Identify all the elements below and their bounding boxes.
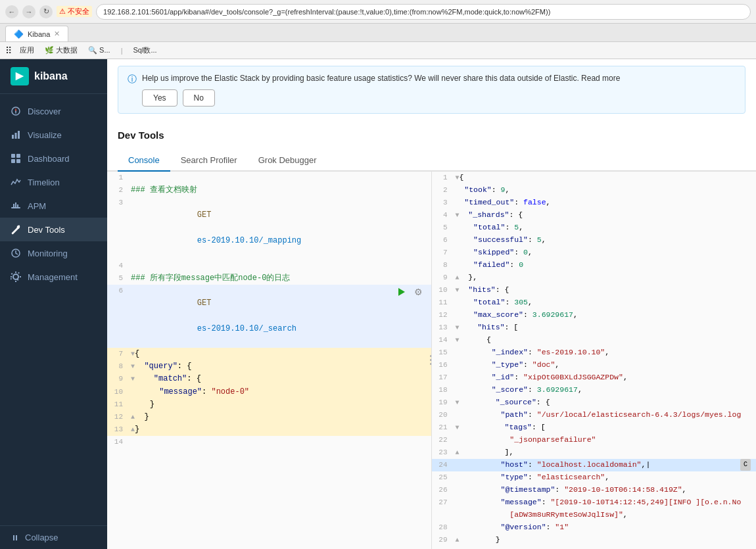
svg-rect-10 <box>13 204 14 207</box>
sidebar-label-apm: APM <box>28 201 46 211</box>
line-4: 4 <box>107 260 431 272</box>
sidebar-item-dev-tools[interactable]: Dev Tools <box>0 218 107 241</box>
collapse-button[interactable]: Collapse <box>11 533 97 542</box>
svg-rect-5 <box>11 154 15 158</box>
out-line-11: 11 "total": 305, <box>432 297 757 309</box>
app-container: kibana Discover <box>0 59 756 549</box>
out-line-30: 30 }, <box>432 546 757 549</box>
banner-buttons: Yes No <box>142 89 620 107</box>
out-line-9: 9 ▲ }, <box>432 272 757 284</box>
info-banner: ⓘ Help us improve the Elastic Stack by p… <box>118 66 745 114</box>
settings-button[interactable]: ⚙ <box>412 285 426 299</box>
bookmarks-bar: ⠿ 应用 🌿 大数据 🔍 S... | Sql数... <box>0 42 756 59</box>
bookmark-apps[interactable]: 应用 <box>17 44 37 57</box>
out-line-28a: [aDW3m8uRRymteSoWJqlIsw]", <box>432 509 757 521</box>
tab-search-profiler[interactable]: Search Profiler <box>170 150 248 172</box>
line-11: 11 } <box>107 398 431 411</box>
tabs-bar: Console Search Profiler Grok Debugger <box>107 145 756 172</box>
url-bar[interactable] <box>96 4 751 20</box>
tab-console[interactable]: Console <box>118 150 170 172</box>
out-line-26: 26 "@timestamp": "2019-10-10T06:14:58.41… <box>432 484 757 496</box>
out-line-1: 1 ▼{ <box>432 172 757 184</box>
svg-rect-8 <box>16 159 20 163</box>
yes-button[interactable]: Yes <box>142 89 177 107</box>
out-line-19: 19 ▼ "_source": { <box>432 396 757 409</box>
kibana-icon <box>11 67 29 85</box>
line-5: 5 ### 所有字段message中匹配node-0的日志 <box>107 272 431 285</box>
out-line-17: 17 "_id": "xipOtG0BXLdJSGGAZPDw", <box>432 371 757 384</box>
svg-rect-11 <box>15 203 16 207</box>
out-line-16: 16 "_type": "doc", <box>432 359 757 371</box>
bookmark-sql[interactable]: Sql数... <box>130 44 159 57</box>
copy-button[interactable]: C <box>740 459 751 471</box>
sidebar-label-monitoring: Monitoring <box>28 249 68 258</box>
browser-bar: ← → ↻ ⚠ 不安全 <box>0 0 756 24</box>
sidebar-item-discover[interactable]: Discover <box>0 99 107 123</box>
bar-chart-icon <box>11 130 21 140</box>
sidebar-label-dashboard: Dashboard <box>28 154 70 164</box>
sidebar-item-visualize[interactable]: Visualize <box>0 123 107 147</box>
logo-text: kibana <box>34 70 68 82</box>
sidebar-logo: kibana <box>0 59 107 94</box>
tab-grok-debugger-label: Grok Debugger <box>258 155 317 165</box>
out-line-29: 29 ▲ } <box>432 534 757 546</box>
out-line-8: 8 "failed": 0 <box>432 259 757 272</box>
out-line-4: 4 ▼ "_shards": { <box>432 209 757 222</box>
tab-search-profiler-label: Search Profiler <box>181 155 237 165</box>
svg-rect-6 <box>16 154 20 158</box>
sidebar-item-monitoring[interactable]: Monitoring <box>0 241 107 265</box>
out-line-7: 7 "skipped": 0, <box>432 247 757 259</box>
banner-text: Help us improve the Elastic Stack by pro… <box>142 74 620 83</box>
forward-button[interactable]: → <box>22 5 35 18</box>
sidebar-bottom: Collapse <box>0 525 107 549</box>
line-10: 10 "message": "node-0" <box>107 386 431 398</box>
browser-tabs: 🔷 Kibana ✕ <box>0 24 756 42</box>
out-line-15: 15 "_index": "es-2019.10.10", <box>432 346 757 359</box>
apm-icon <box>11 201 21 211</box>
out-line-24: 24 "host": "localhost.localdomain",| C <box>432 459 757 471</box>
tab-title: Kibana <box>28 30 50 38</box>
svg-rect-4 <box>18 131 20 139</box>
svg-rect-7 <box>11 159 15 163</box>
out-line-22: 22 "_jsonparsefailure" <box>432 434 757 446</box>
line-7: 7 ▼{ <box>107 348 431 360</box>
wrench-icon <box>11 224 21 235</box>
tab-console-label: Console <box>128 155 160 165</box>
sidebar-nav: Discover Visualize <box>0 94 107 525</box>
line-2: 2 ### 查看文档映射 <box>107 184 431 197</box>
line-13: 13 ▲} <box>107 423 431 436</box>
active-tab[interactable]: 🔷 Kibana ✕ <box>5 26 68 41</box>
line-actions: ⚙ <box>394 285 426 299</box>
line-14: 14 <box>107 436 431 448</box>
tab-grok-debugger[interactable]: Grok Debugger <box>248 150 327 172</box>
out-line-10: 10 ▼ "hits": { <box>432 284 757 297</box>
editor-right-panel: 1 ▼{ 2 "took": 9, 3 "timed_out": false, … <box>432 172 757 549</box>
bookmark-bigdata[interactable]: 🌿 大数据 <box>42 44 80 57</box>
out-line-13: 13 ▼ "hits": [ <box>432 322 757 334</box>
output-editor: 1 ▼{ 2 "took": 9, 3 "timed_out": false, … <box>432 172 757 549</box>
svg-point-13 <box>12 233 13 234</box>
sidebar-item-dashboard[interactable]: Dashboard <box>0 147 107 170</box>
sidebar-item-timelion[interactable]: Timelion <box>0 170 107 194</box>
sidebar-item-management[interactable]: Management <box>0 265 107 289</box>
sidebar-item-apm[interactable]: APM <box>0 194 107 218</box>
run-button[interactable] <box>394 285 409 299</box>
sidebar-label-visualize: Visualize <box>28 130 62 140</box>
security-warning: ⚠ 不安全 <box>57 6 92 17</box>
line-12: 12 ▲ } <box>107 411 431 423</box>
close-tab[interactable]: ✕ <box>54 30 60 38</box>
svg-rect-2 <box>12 135 14 139</box>
sidebar-label-management: Management <box>28 272 78 282</box>
sidebar: kibana Discover <box>0 59 107 549</box>
compass-icon <box>11 106 21 116</box>
svg-rect-9 <box>11 207 20 208</box>
out-line-12: 12 "max_score": 3.6929617, <box>432 309 757 322</box>
line-6: 6 GET es-2019.10.10/_search <box>107 285 431 348</box>
out-line-3: 3 "timed_out": false, <box>432 197 757 209</box>
back-button[interactable]: ← <box>5 5 18 18</box>
input-editor[interactable]: 1 2 ### 查看文档映射 3 GET es-2019.10.10/_mapp… <box>107 172 431 549</box>
refresh-button[interactable]: ↻ <box>39 5 53 18</box>
out-line-21: 21 ▼ "tags": [ <box>432 421 757 434</box>
no-button[interactable]: No <box>183 89 215 107</box>
bookmark-s[interactable]: 🔍 S... <box>85 45 113 56</box>
